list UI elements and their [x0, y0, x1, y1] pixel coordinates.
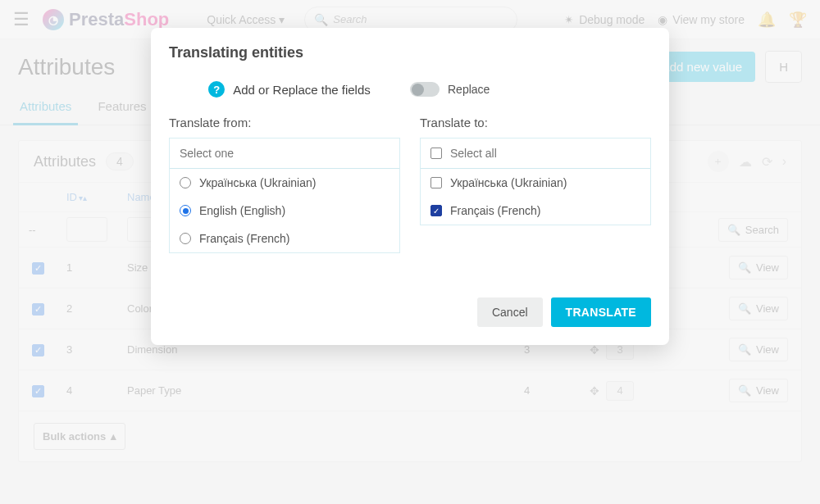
- cancel-button[interactable]: Cancel: [477, 297, 543, 327]
- to-option[interactable]: ✓Français (French): [421, 197, 650, 225]
- from-option[interactable]: Français (French): [170, 225, 399, 252]
- translate-to-column: Translate to: Select all Українська (Ukr…: [420, 116, 651, 253]
- from-label: Translate from:: [169, 116, 400, 129]
- translate-modal: Translating entities ? Add or Replace th…: [151, 28, 669, 345]
- modal-subhead: ? Add or Replace the fields Replace: [169, 81, 651, 98]
- option-label: Українська (Ukrainian): [450, 176, 567, 189]
- translate-from-column: Translate from: Select one Українська (U…: [169, 116, 400, 253]
- option-label: English (English): [199, 204, 285, 217]
- radio-icon[interactable]: [180, 177, 191, 188]
- to-listbox-head[interactable]: Select all: [421, 138, 650, 169]
- from-listbox-head: Select one: [170, 138, 399, 169]
- subhead-text: Add or Replace the fields: [233, 83, 371, 97]
- to-option[interactable]: Українська (Ukrainian): [421, 169, 650, 197]
- replace-label: Replace: [448, 83, 490, 96]
- checkbox-icon[interactable]: [430, 177, 442, 188]
- modal-overlay[interactable]: Translating entities ? Add or Replace th…: [0, 0, 820, 504]
- translate-button[interactable]: TRANSLATE: [551, 297, 651, 327]
- replace-toggle[interactable]: [410, 82, 440, 97]
- option-label: Français (French): [199, 232, 289, 245]
- select-all-checkbox[interactable]: [430, 148, 442, 159]
- to-listbox: Select all Українська (Ukrainian)✓França…: [420, 138, 651, 225]
- radio-icon[interactable]: [180, 205, 191, 216]
- to-label: Translate to:: [420, 116, 651, 129]
- option-label: Français (French): [450, 204, 540, 217]
- select-all-label: Select all: [450, 147, 497, 160]
- option-label: Українська (Ukrainian): [199, 176, 316, 189]
- from-listbox: Select one Українська (Ukrainian)English…: [169, 138, 400, 253]
- help-icon[interactable]: ?: [208, 81, 225, 98]
- checkbox-icon[interactable]: ✓: [430, 205, 442, 216]
- modal-title: Translating entities: [169, 44, 651, 61]
- radio-icon[interactable]: [180, 233, 191, 244]
- from-option[interactable]: Українська (Ukrainian): [170, 169, 399, 197]
- from-option[interactable]: English (English): [170, 197, 399, 225]
